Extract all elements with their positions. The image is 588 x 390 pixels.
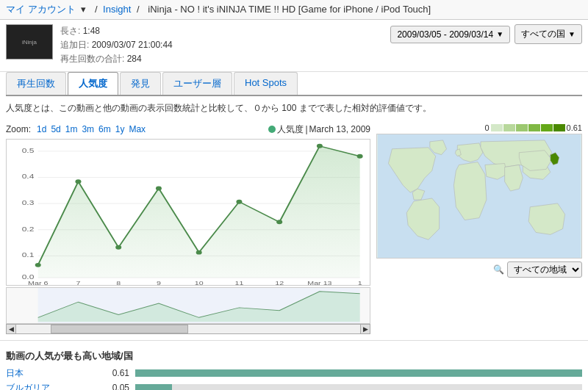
svg-text:11: 11 [234, 279, 243, 285]
country-bar-bg [135, 384, 582, 390]
date-dropdown-arrow: ▼ [496, 30, 503, 38]
svg-text:0.1: 0.1 [22, 251, 35, 259]
scale-cell-4 [528, 124, 540, 131]
chart-container[interactable]: 0.5 0.4 0.3 0.2 0.1 0.0 [6, 139, 370, 286]
svg-point-19 [276, 220, 282, 224]
country-row: 日本0.61 [6, 367, 582, 380]
country-link[interactable]: 日本 [6, 367, 94, 380]
video-thumbnail: iNinja [6, 24, 53, 59]
svg-text:12: 12 [275, 279, 284, 285]
svg-point-13 [35, 262, 41, 267]
scroll-track[interactable] [16, 324, 360, 334]
tab-hotspots[interactable]: Hot Spots [234, 72, 298, 95]
mini-chart[interactable] [6, 287, 370, 324]
zoom-1m[interactable]: 1m [65, 124, 78, 134]
scale-min: 0 [484, 123, 489, 132]
thumbnail-text: iNinja [22, 39, 37, 46]
search-icon: 🔍 [493, 264, 504, 275]
breadcrumb-video: iNinja - NO ! it's iNINJA TIME !! HD [Ga… [148, 4, 431, 15]
zoom-label: Zoom: [6, 124, 31, 134]
map-container[interactable] [376, 134, 582, 259]
country-bar [135, 369, 582, 377]
svg-point-14 [75, 179, 81, 184]
video-meta: 長さ: 1:48 追加日: 2009/03/07 21:00:44 再生回数の合… [60, 24, 390, 67]
zoom-max[interactable]: Max [129, 124, 146, 134]
duration-value: 1:48 [83, 26, 100, 36]
zoom-1y[interactable]: 1y [115, 124, 125, 134]
breadcrumb-sep2: / [137, 4, 142, 15]
breadcrumb: マイ アカウント ▾ / Insight / iNinja - NO ! it'… [6, 3, 582, 16]
mini-chart-svg [7, 288, 370, 323]
svg-marker-12 [38, 145, 360, 277]
world-map-svg [377, 134, 581, 258]
svg-text:0.5: 0.5 [22, 146, 35, 154]
country-bar [135, 384, 172, 390]
svg-text:7: 7 [76, 279, 80, 285]
breadcrumb-insight[interactable]: Insight [103, 4, 131, 15]
zoom-1d[interactable]: 1d [37, 124, 46, 134]
svg-text:Mar 13: Mar 13 [307, 279, 331, 285]
scale-cell-3 [516, 124, 528, 131]
svg-text:0.2: 0.2 [22, 225, 35, 232]
tab-views[interactable]: 再生回数 [6, 72, 66, 95]
svg-point-20 [317, 143, 323, 148]
svg-text:0.3: 0.3 [22, 198, 35, 206]
bottom-section: 動画の人気が最も高い地域/国 日本0.61ブルガリア0.05ジャマイカ0.04ア… [0, 344, 588, 390]
views-value: 284 [127, 54, 142, 64]
svg-text:0.4: 0.4 [22, 173, 35, 180]
zoom-6m[interactable]: 6m [98, 124, 111, 134]
scale-cell-1 [491, 124, 503, 131]
map-scale-bar [491, 124, 565, 131]
bottom-title: 動画の人気が最も高い地域/国 [6, 350, 582, 363]
scale-max: 0.61 [567, 123, 582, 132]
date-range-button[interactable]: 2009/03/05 - 2009/03/14 ▼ [390, 26, 510, 43]
description: 人気度とは、この動画と他の動画の表示回数統計と比較して、０から 100 までで表… [0, 96, 588, 120]
chart-section: Zoom: 1d 5d 1m 3m 6m 1y Max 人気度 | March … [6, 123, 370, 334]
video-info: iNinja 長さ: 1:48 追加日: 2009/03/07 21:00:44… [0, 20, 588, 72]
added-label: 追加日: [60, 40, 89, 50]
country-bar-bg [135, 369, 582, 377]
tab-discovery[interactable]: 発見 [120, 72, 161, 95]
scale-cell-5 [541, 124, 553, 131]
svg-point-15 [115, 245, 121, 249]
region-select[interactable]: すべての地域 [507, 261, 582, 278]
views-label: 再生回数の合計: [60, 54, 124, 64]
scroll-bar[interactable]: ◀ ▶ [6, 324, 370, 334]
svg-point-18 [236, 199, 242, 203]
svg-point-21 [357, 154, 363, 158]
country-dropdown-arrow: ▼ [568, 30, 576, 38]
country-value: 0.05 [100, 383, 129, 390]
scroll-left-button[interactable]: ◀ [6, 324, 16, 334]
svg-rect-33 [38, 288, 360, 323]
svg-point-17 [196, 250, 202, 254]
country-label: すべての国 [521, 28, 565, 40]
country-value: 0.61 [100, 368, 129, 378]
legend-label: 人気度 [277, 123, 304, 136]
zoom-5d[interactable]: 5d [51, 124, 60, 134]
map-section: 0 0.61 [376, 123, 582, 334]
legend-dot [268, 126, 276, 133]
tab-popularity[interactable]: 人気度 [68, 72, 118, 96]
date-range-label: 2009/03/05 - 2009/03/14 [397, 29, 493, 40]
zoom-controls: Zoom: 1d 5d 1m 3m 6m 1y Max 人気度 | March … [6, 123, 370, 136]
scroll-thumb[interactable] [51, 325, 188, 333]
legend-date: March 13, 2009 [309, 124, 370, 134]
scale-cell-6 [553, 124, 565, 131]
svg-text:9: 9 [157, 279, 161, 285]
header: マイ アカウント ▾ / Insight / iNinja - NO ! it'… [0, 0, 588, 20]
scale-cell-2 [503, 124, 515, 131]
country-link[interactable]: ブルガリア [6, 382, 94, 390]
duration-label: 長さ: [60, 26, 80, 36]
svg-text:10: 10 [195, 279, 204, 285]
date-filter: 2009/03/05 - 2009/03/14 ▼ すべての国 ▼ [390, 24, 582, 44]
scroll-right-button[interactable]: ▶ [360, 324, 370, 334]
breadcrumb-home[interactable]: マイ アカウント [6, 4, 76, 15]
country-row: ブルガリア0.05 [6, 382, 582, 390]
country-filter-button[interactable]: すべての国 ▼ [514, 24, 582, 44]
legend-sep: | [305, 124, 307, 134]
breadcrumb-sep1: / [95, 4, 100, 15]
tab-demographics[interactable]: ユーザー層 [162, 72, 232, 95]
zoom-3m[interactable]: 3m [82, 124, 94, 134]
chart-svg: 0.5 0.4 0.3 0.2 0.1 0.0 [7, 140, 370, 285]
main-content: Zoom: 1d 5d 1m 3m 6m 1y Max 人気度 | March … [0, 120, 588, 337]
